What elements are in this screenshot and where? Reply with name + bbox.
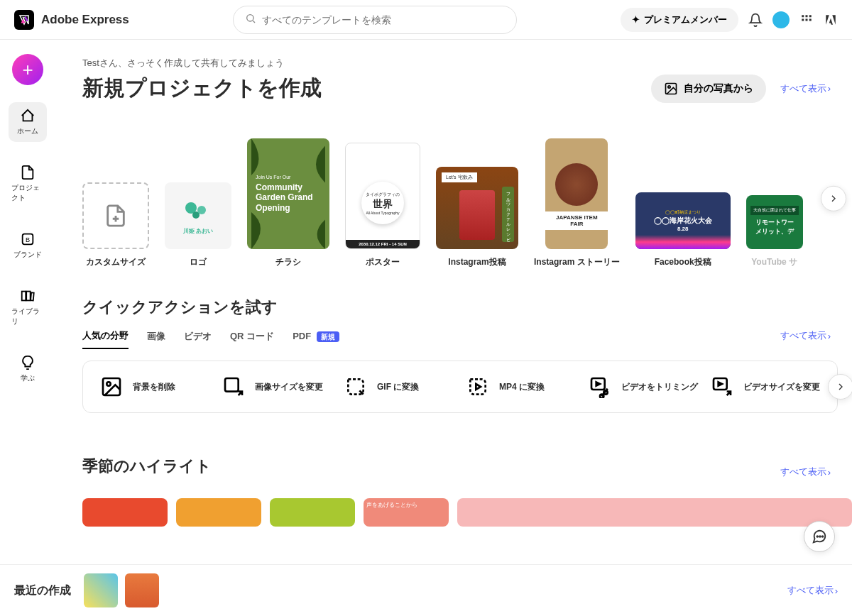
- qa-label: ビデオをトリミング: [621, 381, 698, 393]
- premium-button[interactable]: ✦ プレミアムメンバー: [621, 8, 738, 32]
- quick-actions-tabs: 人気の分野 画像 ビデオ QR コード PDF 新規: [82, 329, 339, 349]
- page-title: 新規プロジェクトを作成: [82, 74, 322, 103]
- view-all-link[interactable]: すべて表示 ›: [780, 82, 831, 95]
- seasonal-card[interactable]: [176, 498, 261, 527]
- template-custom-size[interactable]: カスタムサイズ: [82, 182, 149, 268]
- library-icon: [20, 288, 36, 304]
- sidebar-item-home[interactable]: ホーム: [9, 102, 47, 142]
- search-field[interactable]: [262, 14, 505, 26]
- template-flyer[interactable]: Join Us For Our Community Garden Grand O…: [247, 138, 329, 268]
- avatar[interactable]: [772, 11, 790, 28]
- qa-remove-bg[interactable]: 背景を削除: [100, 375, 209, 398]
- brand-icon: B: [20, 231, 36, 247]
- svg-rect-4: [802, 18, 804, 21]
- template-facebook-post[interactable]: ◯◯町納涼まつり ◯◯海岸花火大会 8.28 Facebook投稿: [635, 192, 731, 268]
- template-label: YouTube サ: [751, 256, 797, 268]
- template-thumb: Let's 宅飲み フルーツカクテルレシピ: [436, 167, 518, 249]
- trim-icon: [589, 375, 611, 398]
- sidebar-item-learn[interactable]: 学ぶ: [9, 349, 47, 389]
- svg-point-16: [192, 211, 200, 219]
- search-icon: [245, 13, 256, 27]
- template-instagram-post[interactable]: Let's 宅飲み フルーツカクテルレシピ Instagram投稿: [436, 167, 518, 268]
- template-label: Facebook投稿: [655, 256, 711, 268]
- template-poster[interactable]: タイポグラフィの 世界 All About Typography 2030.12…: [345, 143, 420, 268]
- brand-logo[interactable]: Adobe Express: [14, 10, 129, 30]
- qa-label: GIF に変換: [377, 381, 419, 393]
- header-actions: ✦ プレミアムメンバー: [621, 8, 838, 32]
- bulb-icon: [20, 355, 36, 370]
- template-thumb: 川姫 あおい: [165, 182, 231, 249]
- create-button[interactable]: +: [12, 54, 43, 85]
- chevron-right-icon: ›: [828, 331, 831, 341]
- search-container: [129, 6, 621, 34]
- search-input[interactable]: [233, 6, 517, 34]
- chevron-right-icon: [828, 192, 839, 204]
- qa-gif[interactable]: GIF に変換: [344, 375, 454, 398]
- from-photos-label: 自分の写真から: [684, 82, 753, 95]
- gif-icon: [344, 375, 367, 398]
- seasonal-card[interactable]: [82, 498, 168, 527]
- chevron-right-icon: [835, 381, 846, 392]
- seasonal-card[interactable]: [270, 498, 355, 527]
- svg-point-0: [247, 14, 253, 21]
- qa-resize-image[interactable]: 画像サイズを変更: [222, 375, 332, 398]
- tab-video[interactable]: ビデオ: [184, 330, 212, 348]
- quick-actions-title: クイックアクションを試す: [82, 297, 278, 318]
- chevron-right-icon: ›: [835, 585, 838, 596]
- qa-label: MP4 に変換: [499, 381, 545, 393]
- view-all-link[interactable]: すべて表示 ›: [780, 466, 831, 478]
- template-youtube[interactable]: 大自然に囲まれて仕事 リモートワー メリット、デ YouTube サ: [746, 195, 803, 268]
- sidebar-item-label: ライブラリ: [11, 307, 44, 326]
- template-thumb: Join Us For Our Community Garden Grand O…: [247, 138, 329, 249]
- apps-grid-icon[interactable]: [799, 13, 814, 27]
- sidebar-item-brand[interactable]: B ブランド: [9, 226, 47, 265]
- adobe-icon[interactable]: [824, 13, 838, 27]
- recent-item[interactable]: [84, 573, 118, 598]
- recent-bar: 最近の作成 すべて表示 ›: [0, 564, 852, 598]
- carousel-next-button[interactable]: [821, 185, 846, 211]
- template-carousel: カスタムサイズ 川姫 あおい ロゴ Join Us For Our Commun…: [82, 138, 852, 268]
- svg-rect-10: [26, 292, 31, 301]
- view-all-link[interactable]: すべて表示 ›: [780, 329, 831, 342]
- qa-trim-video[interactable]: ビデオをトリミング: [589, 375, 698, 398]
- bell-icon[interactable]: [748, 13, 763, 27]
- greeting-text: Testさん、さっそく作成して共有してみましょう: [82, 57, 852, 70]
- template-thumb: タイポグラフィの 世界 All About Typography 2030.12…: [345, 143, 420, 249]
- file-icon: [20, 165, 36, 180]
- sidebar-item-label: ブランド: [13, 250, 42, 260]
- svg-rect-3: [809, 15, 812, 17]
- tab-popular[interactable]: 人気の分野: [82, 329, 129, 349]
- view-all-link[interactable]: すべて表示 ›: [787, 584, 838, 597]
- seasonal-card[interactable]: [457, 498, 852, 527]
- custom-size-thumb: [82, 182, 149, 249]
- seasonal-card[interactable]: 声をあげることから: [364, 498, 449, 527]
- remove-bg-icon: [100, 375, 123, 398]
- template-label: チラシ: [275, 256, 301, 268]
- image-icon: [664, 82, 678, 96]
- qa-mp4[interactable]: MP4 に変換: [466, 375, 576, 398]
- template-label: ロゴ: [190, 256, 207, 268]
- chat-button[interactable]: [804, 521, 835, 552]
- tab-pdf[interactable]: PDF 新規: [293, 331, 339, 348]
- main-content: Testさん、さっそく作成して共有してみましょう 新規プロジェクトを作成 自分の…: [55, 40, 852, 598]
- svg-rect-11: [31, 292, 34, 300]
- recent-item[interactable]: [125, 573, 159, 598]
- sidebar-item-library[interactable]: ライブラリ: [9, 282, 47, 332]
- tab-qr[interactable]: QR コード: [230, 330, 274, 348]
- template-instagram-story[interactable]: JAPANSE ITEM FAIR Instagram ストーリー: [534, 138, 620, 268]
- template-label: Instagram投稿: [448, 256, 506, 268]
- carousel-next-button[interactable]: [828, 374, 852, 400]
- sidebar-item-label: プロジェクト: [11, 183, 44, 203]
- brand-name: Adobe Express: [41, 13, 129, 27]
- svg-rect-1: [802, 15, 804, 17]
- qa-label: 画像サイズを変更: [255, 381, 323, 393]
- chevron-right-icon: ›: [828, 467, 831, 478]
- resize-icon: [222, 375, 245, 398]
- tab-image[interactable]: 画像: [147, 330, 165, 348]
- sidebar-item-projects[interactable]: プロジェクト: [9, 159, 47, 209]
- template-logo[interactable]: 川姫 あおい ロゴ: [165, 182, 231, 268]
- logo-graphic: [180, 197, 216, 226]
- qa-resize-video[interactable]: ビデオサイズを変更: [711, 375, 820, 398]
- from-photos-button[interactable]: 自分の写真から: [651, 75, 766, 103]
- qa-label: 背景を削除: [133, 381, 175, 393]
